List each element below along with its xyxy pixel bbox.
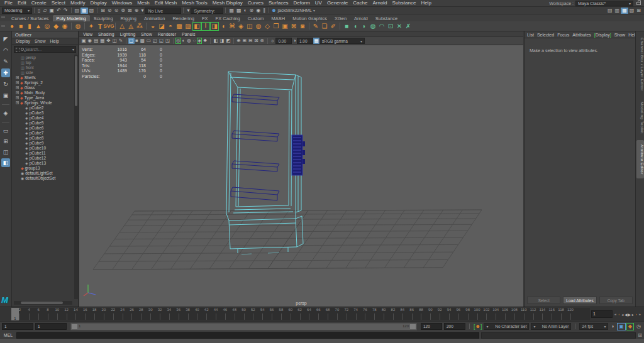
oversize-gate-icon[interactable]: ◫: [111, 38, 118, 44]
viewport-menu-lighting[interactable]: Lighting: [120, 32, 136, 36]
script-output-icon[interactable]: ◗: [610, 324, 616, 330]
make-live-icon[interactable]: ⊕: [133, 8, 140, 14]
select-object-icon[interactable]: ▦: [80, 8, 88, 14]
outliner-item-main-body[interactable]: +◆Main_Body: [12, 90, 74, 95]
outliner-item-pcube8[interactable]: ◈pCube8: [12, 135, 74, 140]
spin-edge-icon[interactable]: ❏: [320, 22, 329, 31]
use-default-material-icon[interactable]: ◎: [175, 38, 182, 44]
symmetry-arrow-icon[interactable]: ▾: [186, 8, 191, 14]
paint-select-tool[interactable]: ✎: [1, 57, 10, 66]
show-character-controls-icon[interactable]: ▥: [614, 8, 621, 14]
account-menu[interactable]: ☻jackblink22NHML▾: [271, 8, 315, 13]
field-chart-icon[interactable]: ◳: [165, 38, 171, 44]
outliner-item-pcube2[interactable]: ◈pCube2: [12, 105, 74, 110]
live-surface-field[interactable]: No Live Surface: [145, 8, 181, 14]
poly-disc-icon[interactable]: ◉: [60, 22, 69, 31]
last-tool-used[interactable]: ◈: [1, 109, 10, 117]
combine-icon[interactable]: ◒: [148, 22, 157, 31]
outliner-item-pcube12[interactable]: ◈pCube12: [12, 155, 74, 160]
shelf-tab-poly-modeling[interactable]: Poly Modeling: [53, 15, 90, 21]
menu-select[interactable]: Select: [49, 0, 68, 6]
outliner-item-type-area[interactable]: +◆Type_Area: [12, 95, 74, 100]
menu-curves[interactable]: Curves: [245, 0, 266, 6]
animation-end-field[interactable]: 200: [444, 323, 465, 330]
ae-menu-list[interactable]: List: [527, 33, 534, 37]
show-modeling-toolkit-icon[interactable]: ▤: [606, 8, 614, 14]
outliner-item-pcube4[interactable]: ◈pCube4: [12, 115, 74, 120]
live-surface-arrow-icon[interactable]: ▾: [140, 8, 145, 14]
playback-end-field[interactable]: 120: [421, 323, 442, 330]
svg-tool-icon[interactable]: SVG: [104, 22, 113, 31]
animation-prefs-icon[interactable]: ◷: [635, 324, 642, 330]
shelf-tab-fx[interactable]: FX: [198, 15, 212, 21]
outliner-item-persp[interactable]: ◫persp: [12, 55, 74, 60]
script-editor-icon[interactable]: ⊞: [638, 332, 642, 338]
extrude-icon[interactable]: ◧: [192, 22, 201, 31]
transform-component-icon[interactable]: ◙: [298, 22, 307, 31]
shelf-tab-rendering[interactable]: Rendering: [169, 15, 198, 21]
lighting-mode-icon[interactable]: ⊟: [248, 38, 253, 44]
outliner-menu-display[interactable]: Display: [16, 39, 30, 44]
menu-help[interactable]: Help: [418, 0, 433, 6]
colorspace-icon[interactable]: ▦: [313, 38, 319, 44]
outliner-item-front[interactable]: ◫front: [12, 65, 74, 70]
menu-display[interactable]: Display: [88, 0, 109, 6]
current-frame-field[interactable]: 1: [591, 310, 613, 318]
shelf-tab-animation[interactable]: Animation: [140, 15, 169, 21]
ipr-render-icon[interactable]: ◐: [243, 8, 248, 14]
time-slider[interactable]: 2468101214161820222426283032343638404244…: [0, 307, 644, 321]
ae-menu-display[interactable]: [Display]: [594, 33, 611, 37]
outliner-vertical-scrollbar[interactable]: [74, 55, 78, 299]
curve-star-icon[interactable]: ✦: [87, 22, 96, 31]
xray-joints-icon[interactable]: ◩: [225, 38, 231, 44]
menu-windows[interactable]: Windows: [109, 0, 135, 6]
type-tool-icon[interactable]: ✗: [404, 22, 413, 31]
current-frame-marker[interactable]: 1: [11, 308, 19, 320]
outliner-item-pcube11[interactable]: ◈pCube11: [12, 150, 74, 155]
ae-menu-show[interactable]: Show: [614, 33, 626, 37]
multi-cut-icon[interactable]: ◖: [219, 22, 228, 31]
lights-icon[interactable]: ✸: [202, 38, 208, 44]
workspace-select[interactable]: Maya Classic*▾: [575, 1, 633, 6]
outliner-item-pcube7[interactable]: ◈pCube7: [12, 130, 74, 135]
poly-cube-icon[interactable]: ■: [16, 22, 25, 31]
outliner-item-springs-whole[interactable]: +◆Springs_Whole: [12, 100, 74, 105]
shelf-tab-fx-caching[interactable]: FX Caching: [212, 15, 244, 21]
poly-supershape-icon[interactable]: ◍: [74, 22, 82, 31]
viewport-menu-view[interactable]: View: [83, 32, 92, 36]
shelf-tab-motion-graphics[interactable]: Motion Graphics: [289, 15, 331, 21]
shelf-menu-handle[interactable]: [1, 25, 5, 27]
menu-mesh[interactable]: Mesh: [135, 0, 152, 6]
gamma-icon[interactable]: ◑: [292, 38, 297, 44]
chevron-down-icon[interactable]: ▾: [72, 47, 74, 52]
render-settings-icon[interactable]: ⊛: [248, 8, 255, 14]
layout-two-pane[interactable]: ◫: [1, 148, 10, 156]
new-scene-icon[interactable]: ▯: [36, 8, 42, 14]
viewport-menu-show[interactable]: Show: [141, 32, 152, 36]
load-attributes-button[interactable]: Load Attributes: [563, 297, 596, 304]
distance-tool-icon[interactable]: ⁂: [135, 22, 144, 31]
menu-mesh-display[interactable]: Mesh Display: [210, 0, 245, 6]
bevel-icon[interactable]: ◨: [210, 22, 219, 31]
bifrost-graph-icon[interactable]: ■: [342, 22, 351, 31]
menuset-select[interactable]: Modeling▾: [2, 8, 32, 14]
mash-waiter-icon[interactable]: ✕: [395, 22, 404, 31]
ae-menu-selected[interactable]: Selected: [537, 33, 554, 37]
select-tool[interactable]: ◤: [1, 35, 10, 43]
isolate-select-icon[interactable]: ◧: [213, 38, 219, 44]
viewport-menu-renderer[interactable]: Renderer: [158, 32, 176, 36]
menu-edit[interactable]: Edit: [15, 0, 29, 6]
motion-blur-icon[interactable]: ◌: [192, 38, 196, 44]
image-plane-icon[interactable]: ▦: [99, 38, 106, 44]
go-to-end-button[interactable]: »: [638, 312, 642, 316]
expander-icon[interactable]: +: [16, 91, 19, 94]
outliner-item-defaultlightset[interactable]: ◉defaultLightSet: [12, 170, 74, 175]
snap-curve-icon[interactable]: ⊘: [106, 8, 113, 14]
exposure-field[interactable]: 0.00: [275, 38, 292, 44]
viewport-menu-shading[interactable]: Shading: [98, 32, 114, 36]
crease-tool-icon[interactable]: ✎: [311, 22, 320, 31]
bifrost-liquid-icon[interactable]: ◖: [351, 22, 360, 31]
bifrost-terrain-icon[interactable]: ◠: [377, 22, 386, 31]
poly-torus-icon[interactable]: ◎: [43, 22, 52, 31]
select-button[interactable]: Select: [527, 297, 560, 304]
